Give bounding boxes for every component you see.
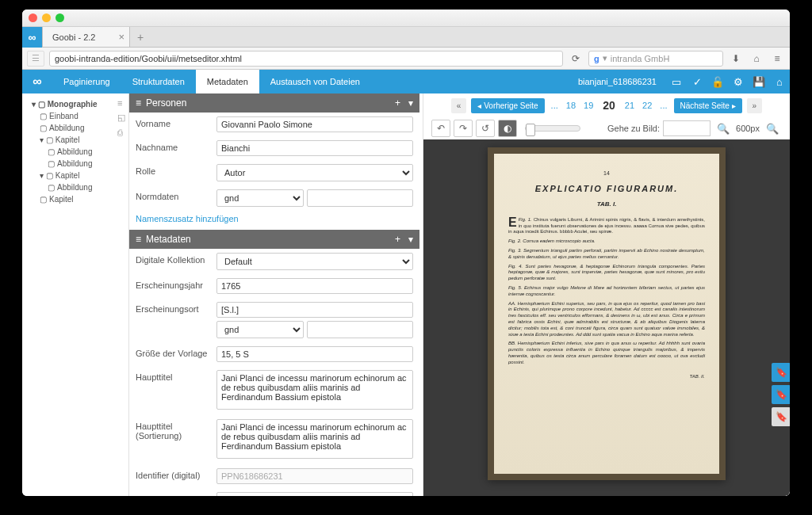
page-link[interactable]: 19 [582, 101, 595, 110]
reload-icon[interactable]: ⟳ [568, 51, 584, 67]
normdaten-select[interactable]: gnd [216, 189, 304, 207]
home-icon[interactable]: ⌂ [749, 51, 764, 67]
rotate-left-icon[interactable]: ↶ [431, 120, 450, 137]
page-link[interactable]: 22 [641, 101, 653, 110]
close-tab-icon[interactable]: × [118, 31, 124, 43]
browser-tabbar: ∞ Goobi - 2.2× + [22, 27, 790, 48]
metadata-form: ≡Personen+▾ Vorname Nachname RolleAutor … [129, 93, 423, 496]
page-view[interactable]: 14 EXPLICATIO FIGURARUM. TAB. I. Fig. 1.… [423, 139, 790, 496]
goto-input[interactable] [663, 120, 710, 136]
tree-item[interactable]: ▢ Einband [25, 110, 125, 122]
first-page-button[interactable]: « [451, 98, 467, 113]
add-person-icon[interactable]: + [395, 97, 400, 109]
save-icon[interactable]: 💾 [749, 76, 769, 88]
page-link[interactable]: 18 [565, 101, 577, 110]
maximize-window-button[interactable] [56, 13, 64, 22]
tree-item[interactable]: ▢ Abbildung [25, 158, 125, 170]
app-logo[interactable]: ∞ [22, 70, 52, 93]
images-icon[interactable]: ▭ [666, 76, 687, 88]
tree-print-icon[interactable]: ⎙ [117, 128, 125, 137]
favicon: ∞ [22, 27, 43, 48]
minimize-window-button[interactable] [42, 13, 51, 22]
idvorlage-input[interactable] [216, 492, 413, 496]
zoom-in-icon[interactable]: 🔍 [763, 123, 782, 135]
haupttitel-input[interactable]: Jani Planci de incessu marinorum echinor… [216, 370, 413, 410]
ort-norm-select[interactable]: gnd [216, 321, 304, 338]
nachname-input[interactable] [216, 140, 413, 156]
current-page: 20 [599, 99, 619, 112]
user-label: bianjani_618686231 [569, 70, 666, 93]
download-icon[interactable]: ⬇ [728, 51, 744, 67]
last-page-button[interactable]: » [747, 98, 763, 113]
ort-norm-input[interactable] [307, 321, 413, 338]
zoom-slider[interactable] [525, 125, 580, 132]
ort-input[interactable] [216, 302, 413, 318]
page-info-icon[interactable]: ☰ [27, 51, 44, 67]
scanned-page: 14 EXPLICATIO FIGURARUM. TAB. I. Fig. 1.… [488, 147, 726, 480]
nav-strukturdaten[interactable]: Strukturdaten [121, 70, 196, 93]
image-viewer: « ◂ Vorherige Seite ... 18 19 20 21 22 .… [423, 93, 790, 496]
home-nav-icon[interactable]: ⌂ [769, 76, 790, 88]
close-window-button[interactable] [29, 13, 37, 22]
iddigital-input [216, 468, 413, 484]
jahr-input[interactable] [216, 278, 413, 294]
rotate-right-icon[interactable]: ↷ [454, 120, 473, 137]
vorname-input[interactable] [216, 116, 413, 132]
panel-personen-header[interactable]: ≡Personen+▾ [129, 93, 419, 113]
structure-tree: ≡◱⎙ ▾ ▢ Monographie ▢ Einband ▢ Abbildun… [22, 93, 129, 496]
menu-icon[interactable]: ≡ [769, 51, 785, 67]
page-link[interactable]: 21 [623, 101, 636, 110]
digkol-select[interactable]: Default [216, 253, 413, 270]
normdaten-input[interactable] [307, 189, 413, 207]
tree-item[interactable]: ▢ Kapitel [25, 193, 125, 205]
nav-metadaten[interactable]: Metadaten [196, 70, 259, 93]
next-page-button[interactable]: Nächste Seite ▸ [674, 98, 742, 113]
google-icon: g [594, 54, 599, 63]
tree-item[interactable]: ▢ Abbildung [25, 122, 125, 134]
browser-tab[interactable]: Goobi - 2.2× [43, 27, 130, 47]
zoom-out-icon[interactable]: 🔍 [714, 123, 733, 135]
unlock-icon[interactable]: 🔓 [707, 76, 728, 88]
collapse-icon[interactable]: ≡ [136, 97, 141, 109]
rolle-select[interactable]: Autor [216, 164, 413, 181]
pager: « ◂ Vorherige Seite ... 18 19 20 21 22 .… [423, 93, 790, 117]
groesse-input[interactable] [216, 346, 413, 362]
viewer-toolbar: ↶ ↷ ↺ ◐ Gehe zu Bild: 🔍 600px 🔍 [423, 117, 790, 139]
contrast-icon[interactable]: ◐ [498, 120, 517, 137]
tree-item[interactable]: ▾ ▢ Kapitel [25, 134, 125, 146]
bookmark-3-icon[interactable]: 🔖 [772, 407, 790, 426]
nav-austausch[interactable]: Austausch von Dateien [259, 70, 371, 93]
prev-page-button[interactable]: ◂ Vorherige Seite [471, 98, 544, 113]
undo-icon[interactable]: ↺ [476, 120, 495, 137]
new-tab-button[interactable]: + [130, 27, 151, 47]
tree-item[interactable]: ▾ ▢ Kapitel [25, 170, 125, 181]
add-metadata-icon[interactable]: + [395, 234, 400, 245]
tree-item[interactable]: ▢ Abbildung [25, 146, 125, 158]
tree-hierarchy-icon[interactable]: ◱ [117, 113, 125, 123]
bookmark-2-icon[interactable]: 🔖 [772, 385, 790, 404]
window-titlebar [22, 10, 790, 27]
validate-icon[interactable]: ✓ [687, 76, 707, 88]
bookmark-1-icon[interactable]: 🔖 [772, 363, 790, 382]
panel-metadaten-header[interactable]: ≡Metadaten+▾ [129, 230, 419, 249]
app-navbar: ∞ Paginierung Strukturdaten Metadaten Au… [22, 70, 790, 93]
tree-root[interactable]: ▾ ▢ Monographie [25, 98, 125, 110]
url-input[interactable] [49, 51, 563, 67]
nav-paginierung[interactable]: Paginierung [52, 70, 121, 93]
url-bar: ☰ ⟳ g▾intranda GmbH ⬇ ⌂ ≡ [22, 48, 790, 70]
settings-icon[interactable]: ⚙ [728, 76, 749, 88]
browser-search-input[interactable]: g▾intranda GmbH [588, 51, 723, 67]
tree-menu-icon[interactable]: ≡ [117, 98, 125, 108]
collapse-icon[interactable]: ≡ [136, 234, 141, 245]
sortiertitel-input[interactable]: Jani Planci de incessu marinorum echinor… [216, 419, 413, 459]
add-namesuffix-link[interactable]: Namenszusatz hinzufügen [129, 211, 419, 230]
tree-item[interactable]: ▢ Abbildung [25, 181, 125, 193]
